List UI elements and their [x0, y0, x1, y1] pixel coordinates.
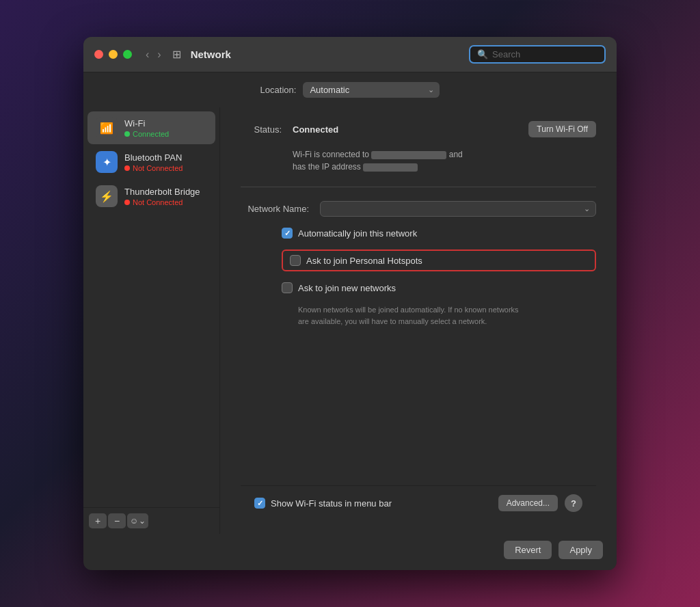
chevron-more-icon: ⌄: [139, 516, 146, 526]
redacted-ip-address: [363, 163, 418, 172]
bluetooth-name: Bluetooth PAN: [124, 152, 183, 163]
thunderbolt-name: Thunderbolt Bridge: [124, 187, 200, 197]
main-content: 📶 Wi-Fi Connected ✦: [83, 107, 617, 534]
traffic-lights: [94, 50, 132, 59]
footer-actions: Revert Apply: [83, 534, 617, 570]
sidebar-item-thunderbolt[interactable]: ⚡ Thunderbolt Bridge Not Connected: [88, 180, 215, 213]
wifi-status: Connected: [124, 130, 169, 138]
thunderbolt-icon: ⚡: [100, 190, 113, 203]
sidebar-footer: + − ☺ ⌄: [83, 507, 219, 534]
wifi-desc-ip: has the IP address: [293, 162, 363, 172]
thunderbolt-network-icon: ⚡: [96, 185, 118, 207]
more-icon: ☺: [130, 516, 138, 526]
network-name-chevron-icon: ⌄: [584, 204, 590, 213]
bluetooth-info: Bluetooth PAN Not Connected: [124, 152, 183, 172]
sidebar: 📶 Wi-Fi Connected ✦: [83, 107, 220, 534]
auto-join-row: ✓ Automatically join this network: [282, 228, 596, 239]
wifi-desc-and: and: [449, 150, 463, 159]
back-button[interactable]: ‹: [143, 47, 152, 62]
remove-network-button[interactable]: −: [108, 513, 126, 528]
network-name-select[interactable]: ⌄: [320, 201, 596, 217]
thunderbolt-status: Not Connected: [124, 198, 200, 206]
location-select[interactable]: Automatic ⌄: [303, 82, 440, 98]
show-wifi-checkmark-icon: ✓: [257, 499, 263, 508]
more-actions-button[interactable]: ☺ ⌄: [127, 513, 148, 528]
turn-wifi-button[interactable]: Turn Wi-Fi Off: [528, 121, 596, 137]
thunderbolt-info: Thunderbolt Bridge Not Connected: [124, 187, 200, 206]
hotspot-checkbox[interactable]: [290, 255, 301, 266]
wifi-info: Wi-Fi Connected: [124, 118, 169, 138]
bluetooth-status-text: Not Connected: [133, 164, 183, 172]
network-name-label: Network Name:: [241, 204, 309, 214]
title-bar: ‹ › ⊞ Network 🔍: [83, 37, 617, 72]
location-value: Automatic: [310, 85, 425, 95]
status-row: Status: Connected Turn Wi-Fi Off: [241, 121, 596, 137]
new-networks-label: Ask to join new networks: [298, 283, 396, 293]
bottom-bar: ✓ Show Wi-Fi status in menu bar Advanced…: [241, 485, 596, 520]
show-wifi-checkbox[interactable]: ✓: [254, 498, 265, 509]
bluetooth-status-dot: [124, 165, 130, 171]
show-wifi-label: Show Wi-Fi status in menu bar: [271, 498, 392, 509]
advanced-button[interactable]: Advanced...: [498, 495, 558, 511]
search-input[interactable]: [492, 49, 597, 59]
grid-button[interactable]: ⊞: [170, 46, 184, 62]
known-networks-description: Known networks will be joined automatica…: [298, 304, 530, 327]
checkmark-icon: ✓: [284, 229, 291, 238]
wifi-status-dot: [124, 131, 130, 137]
network-preferences-window: ‹ › ⊞ Network 🔍 Location: Automatic ⌄ 📶: [83, 37, 617, 570]
new-networks-checkbox[interactable]: [282, 282, 293, 293]
network-name-row: Network Name: ⌄: [241, 201, 596, 217]
add-network-button[interactable]: +: [89, 513, 107, 528]
window-title: Network: [191, 49, 231, 60]
spacer: [241, 338, 596, 474]
redacted-network-name: [371, 151, 446, 159]
wifi-icon: 📶: [100, 122, 113, 135]
location-bar: Location: Automatic ⌄: [83, 72, 617, 107]
minimize-button[interactable]: [109, 50, 118, 59]
status-label: Status:: [241, 124, 282, 135]
status-description: Wi-Fi is connected to and has the IP add…: [293, 148, 596, 173]
wifi-desc-before: Wi-Fi is connected to: [293, 150, 369, 159]
detail-panel: Status: Connected Turn Wi-Fi Off Wi-Fi i…: [220, 107, 617, 534]
divider-1: [241, 187, 596, 187]
bluetooth-status: Not Connected: [124, 164, 183, 172]
hotspot-label: Ask to join Personal Hotspots: [306, 256, 422, 266]
nav-buttons: ‹ ›: [143, 47, 164, 62]
search-icon: 🔍: [477, 49, 488, 59]
location-label: Location:: [260, 85, 297, 95]
close-button[interactable]: [94, 50, 103, 59]
help-button[interactable]: ?: [565, 494, 582, 512]
status-value: Connected: [293, 124, 338, 135]
sidebar-items: 📶 Wi-Fi Connected ✦: [83, 107, 219, 507]
thunderbolt-status-text: Not Connected: [133, 198, 183, 206]
auto-join-label: Automatically join this network: [298, 228, 417, 239]
revert-button[interactable]: Revert: [504, 541, 552, 559]
wifi-network-icon: 📶: [96, 117, 118, 139]
sidebar-item-bluetooth[interactable]: ✦ Bluetooth PAN Not Connected: [88, 146, 215, 178]
bluetooth-network-icon: ✦: [96, 151, 118, 173]
forward-button[interactable]: ›: [154, 47, 163, 62]
search-box[interactable]: 🔍: [469, 45, 606, 64]
thunderbolt-status-dot: [124, 200, 130, 205]
chevron-down-icon: ⌄: [428, 85, 434, 94]
apply-button[interactable]: Apply: [558, 541, 603, 559]
auto-join-checkbox[interactable]: ✓: [282, 228, 293, 239]
show-wifi-row: ✓ Show Wi-Fi status in menu bar: [254, 498, 492, 509]
wifi-status-text: Connected: [133, 130, 169, 138]
wifi-name: Wi-Fi: [124, 118, 169, 129]
fullscreen-button[interactable]: [123, 50, 132, 59]
bluetooth-icon: ✦: [103, 156, 111, 169]
sidebar-item-wifi[interactable]: 📶 Wi-Fi Connected: [88, 111, 215, 144]
new-networks-row: Ask to join new networks: [282, 282, 596, 293]
hotspot-row: Ask to join Personal Hotspots: [282, 249, 596, 271]
